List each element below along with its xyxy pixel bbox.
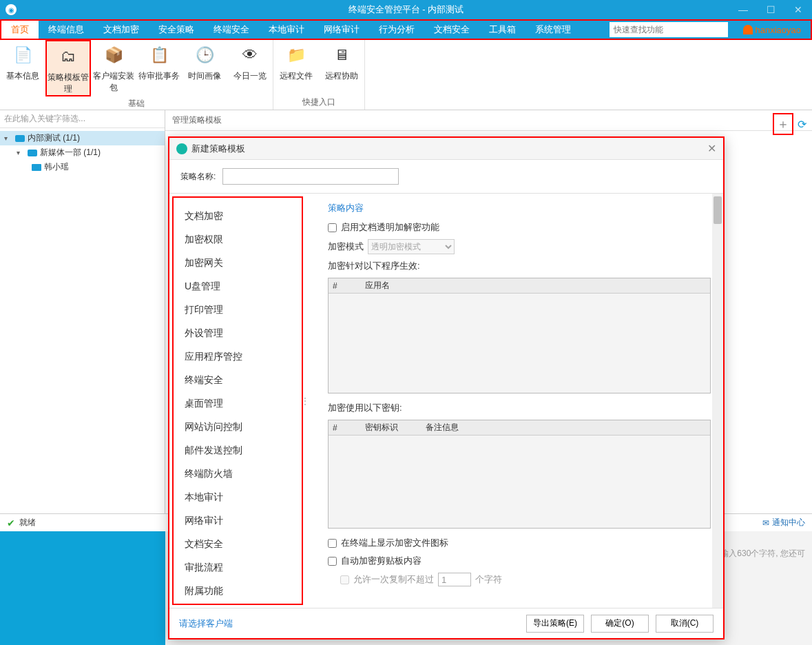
ribbon-group-label: 基础 <box>0 96 273 111</box>
keys-table: #密钥标识备注信息 ✎ ⚙ <box>328 420 711 529</box>
clipboard-icon: 📋 <box>148 44 170 66</box>
ribbon-approval[interactable]: 📋待审批事务 <box>136 40 182 96</box>
sidebar-filter[interactable]: 在此输入关键字筛选... <box>0 110 165 128</box>
section-title: 策略内容 <box>328 202 711 214</box>
dialog-title: 新建策略模板 <box>191 143 245 155</box>
template-icon: 🗂 <box>57 45 79 68</box>
cat-print[interactable]: 打印管理 <box>174 298 302 322</box>
group-icon <box>15 135 25 142</box>
policy-name-label: 策略名称: <box>180 171 216 183</box>
tab-doc-security[interactable]: 文档安全 <box>424 21 479 39</box>
new-policy-dialog: 新建策略模板 ✕ 策略名称: 文档加密 加密权限 加密网关 U盘管理 打印管理 … <box>168 136 725 639</box>
chk-clip-limit[interactable] <box>340 575 349 584</box>
check-icon: ✔ <box>7 518 15 529</box>
monitor-icon: 🖥 <box>331 44 353 66</box>
package-icon: 📦 <box>103 44 125 66</box>
policy-name-input[interactable] <box>222 168 399 185</box>
user-menu[interactable]: hanxiaoyao <box>733 25 811 35</box>
titlebar: ◉ 终端安全管控平台 - 内部测试 — ☐ ✕ <box>0 0 812 19</box>
tab-behavior[interactable]: 行为分析 <box>369 21 424 39</box>
cat-web-access[interactable]: 网站访问控制 <box>174 416 302 439</box>
cat-doc-security[interactable]: 文档安全 <box>174 533 302 556</box>
chk-show-icon[interactable] <box>328 539 337 548</box>
tree-root[interactable]: ▾内部测试 (1/1) <box>0 131 165 145</box>
ok-button[interactable]: 确定(O) <box>591 615 649 633</box>
cat-encrypt-perm[interactable]: 加密权限 <box>174 228 302 252</box>
export-button[interactable]: 导出策略(E) <box>526 615 584 633</box>
ribbon-basic-info[interactable]: 📄基本信息 <box>0 40 45 96</box>
cat-network-audit[interactable]: 网络审计 <box>174 509 302 533</box>
tab-terminal-info[interactable]: 终端信息 <box>39 21 94 39</box>
apps-label: 加密针对以下程序生效: <box>328 260 711 272</box>
mode-label: 加密模式 <box>328 240 364 253</box>
mail-icon: ✉ <box>762 518 769 528</box>
cancel-button[interactable]: 取消(C) <box>656 615 714 633</box>
scrollbar[interactable] <box>712 194 723 608</box>
ribbon: 📄基本信息 🗂策略模板管理 📦客户端安装包 📋待审批事务 🕒时间画像 👁今日一览… <box>0 40 812 110</box>
folder-icon: 📁 <box>285 44 307 66</box>
chk-clipboard[interactable] <box>328 557 337 566</box>
window-title: 终端安全管控平台 - 内部测试 <box>348 3 464 16</box>
search-input[interactable] <box>610 22 728 37</box>
cat-local-audit[interactable]: 本地审计 <box>174 486 302 509</box>
cat-app-control[interactable]: 应用程序管控 <box>174 345 302 369</box>
cat-usb[interactable]: U盘管理 <box>174 275 302 298</box>
ribbon-group-label: 快捷入口 <box>273 95 364 110</box>
close-button[interactable]: ✕ <box>784 0 812 19</box>
clip-limit-input[interactable]: 1 <box>438 573 471 586</box>
status-text: 就绪 <box>19 517 36 529</box>
ribbon-installer[interactable]: 📦客户端安装包 <box>91 40 136 96</box>
tree-user[interactable]: 韩小瑶 <box>0 160 165 174</box>
cat-terminal-security[interactable]: 终端安全 <box>174 369 302 392</box>
select-client-link[interactable]: 请选择客户端 <box>179 617 233 630</box>
menubar: 首页 终端信息 文档加密 安全策略 终端安全 本地审计 网络审计 行为分析 文档… <box>0 19 812 40</box>
apps-table: #应用名 ✎ <box>328 278 711 393</box>
cat-doc-encrypt[interactable]: 文档加密 <box>174 205 302 228</box>
ribbon-remote-assist[interactable]: 🖥远程协助 <box>319 40 364 95</box>
plus-icon[interactable]: ＋ <box>777 117 789 131</box>
clock-icon: 🕒 <box>194 44 216 66</box>
chk-enable-encrypt[interactable] <box>328 223 337 232</box>
tab-home[interactable]: 首页 <box>1 21 39 39</box>
minimize-button[interactable]: — <box>729 0 757 19</box>
user-icon <box>743 25 753 34</box>
cat-mail[interactable]: 邮件发送控制 <box>174 439 302 462</box>
ribbon-today[interactable]: 👁今日一览 <box>227 40 273 96</box>
tab-network-audit[interactable]: 网络审计 <box>314 21 369 39</box>
ribbon-policy-template[interactable]: 🗂策略模板管理 <box>45 40 91 96</box>
cat-peripheral[interactable]: 外设管理 <box>174 322 302 345</box>
tab-security-policy[interactable]: 安全策略 <box>149 21 204 39</box>
cat-encrypt-gateway[interactable]: 加密网关 <box>174 252 302 275</box>
cat-addon[interactable]: 附属功能 <box>174 580 302 603</box>
maximize-button[interactable]: ☐ <box>757 0 784 19</box>
notification-center[interactable]: ✉通知中心 <box>762 517 805 529</box>
tab-terminal-security[interactable]: 终端安全 <box>204 21 259 39</box>
eye-icon: 👁 <box>239 44 261 66</box>
chevron-down-icon[interactable]: ▾ <box>17 149 25 156</box>
tab-doc-encrypt[interactable]: 文档加密 <box>94 21 149 39</box>
ribbon-remote-file[interactable]: 📁远程文件 <box>273 40 319 95</box>
main-header: 管理策略模板 <box>165 110 812 131</box>
dialog-close-button[interactable]: ✕ <box>707 142 716 155</box>
sidebar: 在此输入关键字筛选... ▾内部测试 (1/1) ▾新媒体一部 (1/1) 韩小… <box>0 110 165 513</box>
config-panel: 策略内容 启用文档透明加解密功能 加密模式透明加密模式 加密针对以下程序生效: … <box>307 194 723 608</box>
cat-desktop[interactable]: 桌面管理 <box>174 392 302 416</box>
doc-icon: 📄 <box>12 44 34 66</box>
category-list: 文档加密 加密权限 加密网关 U盘管理 打印管理 外设管理 应用程序管控 终端安… <box>172 196 303 605</box>
cat-firewall[interactable]: 终端防火墙 <box>174 462 302 486</box>
mode-select[interactable]: 透明加密模式 <box>368 239 455 254</box>
tab-system[interactable]: 系统管理 <box>525 21 581 39</box>
char-hint: 输入630个字符, 您还可 <box>720 548 805 560</box>
keys-label: 加密使用以下密钥: <box>328 402 711 414</box>
tab-toolbox[interactable]: 工具箱 <box>479 21 525 39</box>
org-tree: ▾内部测试 (1/1) ▾新媒体一部 (1/1) 韩小瑶 <box>0 128 165 177</box>
tree-dept[interactable]: ▾新媒体一部 (1/1) <box>0 145 165 160</box>
ribbon-time-portrait[interactable]: 🕒时间画像 <box>182 40 227 96</box>
app-icon: ◉ <box>6 4 17 15</box>
group-icon <box>28 150 37 156</box>
cat-approval[interactable]: 审批流程 <box>174 556 302 580</box>
refresh-icon[interactable]: ⟳ <box>798 118 806 131</box>
dialog-icon <box>176 143 187 154</box>
chevron-down-icon[interactable]: ▾ <box>4 134 12 142</box>
tab-local-audit[interactable]: 本地审计 <box>259 21 314 39</box>
